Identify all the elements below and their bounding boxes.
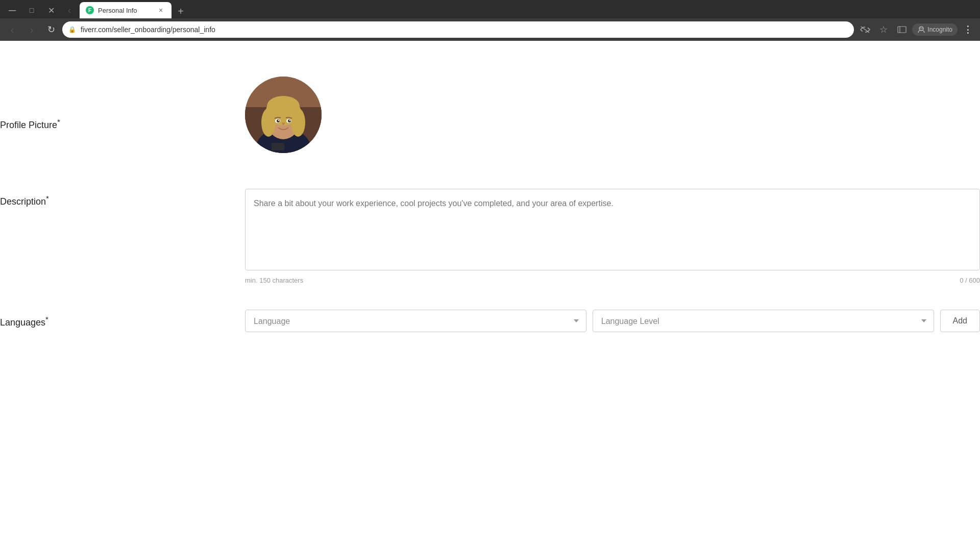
active-tab[interactable]: F Personal Info × — [80, 2, 172, 18]
description-field-container: min. 150 characters 0 / 600 — [245, 189, 980, 284]
back-button[interactable]: ‹ — [4, 21, 20, 38]
description-min-chars: min. 150 characters — [245, 277, 303, 284]
tab-title: Personal Info — [98, 7, 152, 14]
incognito-label: Incognito — [927, 26, 952, 33]
description-textarea[interactable] — [245, 189, 980, 270]
window-close-button[interactable]: ✕ — [43, 2, 59, 18]
new-tab-button[interactable]: + — [174, 4, 188, 18]
tab-bar: ─ □ ✕ ‹ F Personal Info × + — [0, 0, 980, 18]
languages-field-container: Language Language Level Add — [245, 310, 980, 332]
address-bar-container: 🔒 — [62, 21, 854, 38]
svg-point-11 — [267, 96, 300, 116]
profile-avatar-container — [245, 77, 322, 153]
svg-point-15 — [288, 119, 291, 122]
profile-picture-label: Profile Picture* — [0, 77, 245, 131]
incognito-badge[interactable]: Incognito — [912, 23, 958, 36]
bookmark-button[interactable]: ☆ — [875, 21, 892, 38]
more-options-button[interactable]: ⋮ — [960, 21, 976, 38]
profile-picture-section: Profile Picture* — [0, 61, 980, 168]
eye-slash-button[interactable] — [857, 21, 873, 38]
svg-point-14 — [277, 119, 280, 122]
forward-button[interactable]: › — [23, 21, 40, 38]
svg-rect-0 — [898, 27, 906, 33]
svg-rect-18 — [272, 143, 284, 151]
add-language-button[interactable]: Add — [940, 310, 980, 332]
tab-close-button[interactable]: × — [156, 6, 165, 15]
sidebar-button[interactable] — [894, 21, 910, 38]
avatar-image — [245, 77, 322, 153]
languages-section: Languages* Language Language Level Add — [0, 289, 980, 337]
browser-chrome: ─ □ ✕ ‹ F Personal Info × + ‹ › ↻ 🔒 — [0, 0, 980, 41]
svg-point-17 — [289, 120, 290, 121]
description-char-count: 0 / 600 — [960, 277, 980, 284]
language-level-select[interactable]: Language Level — [593, 310, 934, 332]
page-content: Profile Picture* — [0, 41, 980, 531]
description-section: Description* min. 150 characters 0 / 600 — [0, 168, 980, 289]
address-bar-lock-icon: 🔒 — [68, 26, 76, 33]
description-meta: min. 150 characters 0 / 600 — [245, 277, 980, 284]
toolbar-right: ☆ Incognito ⋮ — [857, 21, 976, 38]
svg-point-16 — [278, 120, 279, 121]
reload-button[interactable]: ↻ — [43, 21, 59, 38]
browser-toolbar: ‹ › ↻ 🔒 ☆ — [0, 18, 980, 41]
languages-label: Languages* — [0, 310, 245, 328]
address-bar[interactable] — [62, 21, 854, 38]
description-label: Description* — [0, 189, 245, 207]
tab-back-button[interactable]: ‹ — [61, 2, 78, 18]
profile-avatar[interactable] — [245, 77, 322, 153]
window-minimize-button[interactable]: ─ — [4, 2, 20, 18]
window-maximize-button[interactable]: □ — [23, 2, 40, 18]
tab-favicon: F — [86, 6, 94, 14]
language-select[interactable]: Language — [245, 310, 586, 332]
browser-window-controls: ─ □ ✕ — [4, 2, 59, 18]
